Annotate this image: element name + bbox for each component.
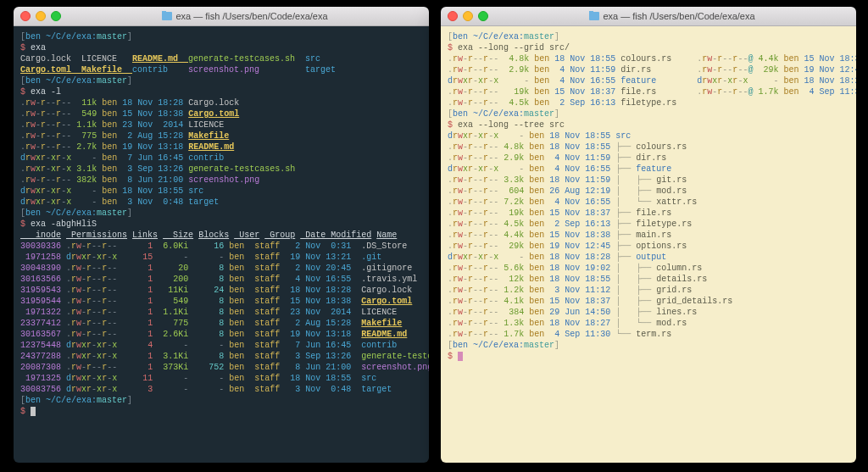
prompt-line[interactable]: $ exa -l <box>20 86 422 97</box>
ls-header: inode Permissions Links Size Blocks User… <box>20 230 422 241</box>
size: - <box>753 76 783 86</box>
prompt-line[interactable]: $ exa --long --tree src <box>448 119 849 130</box>
size: 4.8k <box>504 54 534 64</box>
date: 2 Aug 15:28 <box>290 319 361 328</box>
size: 1.1Ki <box>158 308 193 317</box>
prompt-line[interactable]: $ <box>448 351 849 362</box>
file-name: .DS_Store <box>361 242 407 251</box>
perm: .rw-r--r-- <box>448 186 498 196</box>
user: ben <box>529 319 549 328</box>
tree-prefix: ├── <box>615 208 636 218</box>
col-header: Group <box>264 230 295 240</box>
inode: 31959543 <box>20 286 66 295</box>
perm: .rw-r--r-- <box>448 87 504 97</box>
minimize-icon[interactable] <box>463 11 473 21</box>
prompt-branch: master <box>97 76 127 86</box>
file-name: output <box>636 253 666 262</box>
user: ben <box>534 87 554 97</box>
user: ben <box>102 131 122 141</box>
prompt-branch: master <box>524 109 554 119</box>
size: 775 <box>71 131 102 141</box>
user: ben <box>534 98 554 108</box>
date: 4 Nov 16:55 <box>554 76 620 86</box>
blocks: 752 <box>193 363 229 372</box>
tree-prefix: ├── <box>615 164 636 174</box>
close-icon[interactable] <box>20 11 31 21</box>
size: 373Ki <box>158 363 193 372</box>
perm: .rw-r--r-- <box>448 142 498 152</box>
size: - <box>158 341 193 350</box>
date: 18 Nov 18:28 <box>122 98 188 108</box>
group: staff <box>254 363 290 372</box>
size: 2.6Ki <box>158 330 193 339</box>
prompt-line[interactable]: $ <box>20 406 422 417</box>
ls-row: drwxr-xr-x - ben 18 Nov 18:28 ├── output <box>448 252 849 263</box>
size: 200 <box>158 275 193 284</box>
ls-row: .rw-r--r-- 1.2k ben 3 Nov 11:12 │ ├── gr… <box>448 285 849 296</box>
zoom-icon[interactable] <box>51 11 61 21</box>
prompt-sigil: $ <box>20 43 31 53</box>
close-icon[interactable] <box>448 11 458 21</box>
ls-row: drwxr-xr-x - ben 4 Nov 16:55 feature drw… <box>448 75 849 86</box>
inode: 12375448 <box>20 341 66 350</box>
ls-row: .rw-r--r-- 5.6k ben 18 Nov 19:02 │ ├── c… <box>448 263 849 274</box>
user: ben <box>229 385 254 394</box>
file-name: LICENCE <box>81 54 132 64</box>
user: ben <box>529 208 549 218</box>
date: 4 Nov 16:55 <box>549 197 615 207</box>
date: 7 Jun 16:45 <box>290 341 361 350</box>
user: ben <box>529 253 549 262</box>
prompt-line: [ben ~/C/e/exa:master] <box>20 395 422 406</box>
prompt-line[interactable]: $ exa -abghHliS <box>20 219 422 230</box>
size: 3.3k <box>498 175 529 185</box>
date: 3 Nov 0:48 <box>290 385 361 394</box>
ls-row: .rw-r--r-- 384 ben 29 Jun 14:50 │ ├── li… <box>448 307 849 318</box>
perm: .rw-r--r-- <box>448 242 498 251</box>
terminal-body[interactable]: [ben ~/C/e/exa:master]$ exaCargo.lock LI… <box>14 26 429 463</box>
user: ben <box>229 286 254 295</box>
minimize-icon[interactable] <box>36 11 46 21</box>
user: ben <box>529 142 549 152</box>
ls-row: 20087308 .rw-r--r-- 1 373Ki 752 ben staf… <box>20 362 422 373</box>
user: ben <box>529 164 549 174</box>
perm: .rw-r--r-- <box>66 242 122 251</box>
group: staff <box>254 242 290 251</box>
user: ben <box>529 175 549 185</box>
file-name: .travis.yml <box>361 275 417 284</box>
date: 2 Nov 0:31 <box>290 242 361 251</box>
prompt-line[interactable]: $ exa --long --grid src/ <box>448 42 849 53</box>
date: 18 Nov 18:55 <box>290 374 361 383</box>
ls-row: .rw-r--r-- 19k ben 15 Nov 18:37 ├── file… <box>448 208 849 219</box>
inode: 1971322 <box>20 308 66 317</box>
titlebar[interactable]: exa — fish /Users/ben/Code/exa/exa <box>441 7 856 26</box>
prompt-path: ben ~/C/e/exa: <box>25 208 97 218</box>
file-name: Cargo.toml <box>188 109 239 119</box>
tree-prefix: ├── <box>615 219 636 229</box>
inode: 31959544 <box>20 297 66 306</box>
zoom-icon[interactable] <box>478 11 488 21</box>
size: 29k <box>753 65 783 75</box>
perm: drwxr-xr-x <box>448 164 498 174</box>
blocks: 16 <box>193 242 229 251</box>
size: 384 <box>498 308 529 317</box>
file-name: column.rs <box>656 264 702 273</box>
perm: drwxr-xr-x <box>20 197 71 207</box>
file-name: contrib <box>188 153 224 163</box>
perm: .rw-r--r-- <box>66 297 122 306</box>
date: 2 Sep 16:13 <box>554 98 620 108</box>
titlebar[interactable]: exa — fish /Users/ben/Code/exa/exa <box>14 7 429 26</box>
perm: .rw-r--r-- <box>448 308 498 317</box>
date: 18 Nov 18:28 <box>290 286 361 295</box>
prompt-line[interactable]: $ exa <box>20 42 422 53</box>
terminal-body[interactable]: [ben ~/C/e/exa:master]$ exa --long --gri… <box>441 26 856 463</box>
date: 4 Nov 11:59 <box>554 65 620 75</box>
ls-row: .rw-r--r-- 1.7k ben 4 Sep 11:30 └── term… <box>448 329 849 340</box>
file-name: generate-testcases.sh <box>361 352 429 361</box>
perm: drwxr-xr-x <box>66 374 122 383</box>
size: - <box>71 153 102 163</box>
size: - <box>504 76 534 86</box>
user: ben <box>783 87 804 97</box>
perm: drwxr-xr-x <box>448 131 498 141</box>
file-name: contrib <box>361 341 397 350</box>
perm: .rw-r--r-- <box>448 197 498 207</box>
